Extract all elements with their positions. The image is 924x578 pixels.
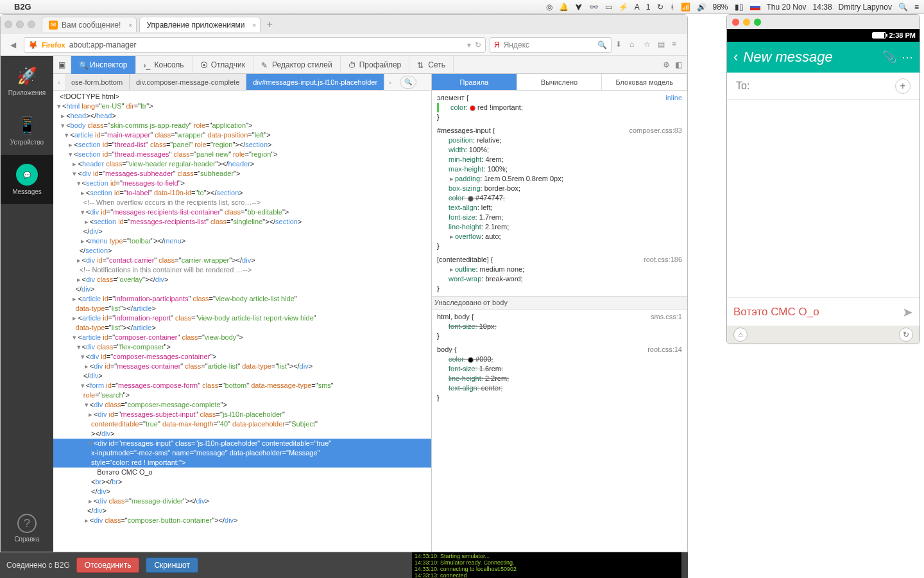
- crumb-item[interactable]: div.composer-message-complete: [130, 74, 246, 91]
- zoom-icon[interactable]: [754, 19, 761, 26]
- css-prop[interactable]: box-sizing: border-box;: [437, 184, 682, 193]
- crumb-item[interactable]: ose-form.bottom: [65, 74, 130, 91]
- crumb-prev[interactable]: ‹: [53, 78, 65, 86]
- screenshot-button[interactable]: Скриншот: [146, 557, 198, 573]
- menubar-time[interactable]: 14:38: [813, 3, 832, 12]
- css-prop[interactable]: line-height: 2.2rem;: [437, 374, 682, 383]
- display-icon[interactable]: ▭: [605, 3, 612, 12]
- css-prop[interactable]: ▸padding: 1rem 0.5rem 0.8rem 0px;: [437, 174, 682, 184]
- volume-icon[interactable]: 🔊: [697, 3, 706, 12]
- tab-profiler[interactable]: ⏱Профайлер: [341, 56, 410, 74]
- tab-computed[interactable]: Вычислено: [517, 74, 603, 90]
- notifications-icon[interactable]: 🔔: [559, 3, 569, 12]
- search-bar[interactable]: Я Яндекс 🔍: [490, 37, 612, 53]
- tab-debugger[interactable]: ⦿Отладчик: [193, 56, 253, 74]
- menu-icon[interactable]: ≡: [672, 40, 682, 50]
- browser-tab-1[interactable]: ✉ Вам сообщение! ×: [42, 17, 137, 32]
- close-icon[interactable]: ×: [128, 21, 132, 29]
- app-name[interactable]: B2G: [14, 2, 31, 12]
- spotlight-icon[interactable]: 🔍: [898, 3, 908, 12]
- close-icon[interactable]: [732, 19, 739, 26]
- bookmark-icon[interactable]: ☆: [644, 40, 654, 50]
- more-icon[interactable]: ⋯: [902, 50, 913, 64]
- glasses-icon[interactable]: 👓: [589, 3, 599, 12]
- search-icon[interactable]: 🔍: [597, 40, 607, 49]
- menubar-user[interactable]: Dmitry Lapynov: [839, 3, 892, 12]
- send-icon[interactable]: ➤: [902, 304, 913, 320]
- rule-file-link[interactable]: root.css:186: [644, 255, 682, 265]
- crumb-next[interactable]: ›: [384, 78, 396, 86]
- back-button[interactable]: ◀: [6, 38, 20, 52]
- back-icon[interactable]: ‹: [733, 49, 738, 66]
- crumb-search[interactable]: 🔍: [400, 76, 416, 89]
- settings-icon[interactable]: ⚙: [663, 60, 670, 69]
- css-prop[interactable]: font-size: 1.6rem;: [437, 364, 682, 374]
- css-prop[interactable]: min-height: 4rem;: [437, 155, 682, 164]
- close-icon[interactable]: ×: [252, 21, 256, 29]
- downloads-icon[interactable]: ⬇: [615, 40, 626, 50]
- sidebar-device[interactable]: 📱 Устройство: [1, 105, 53, 155]
- css-prop[interactable]: font-size: 1.7rem;: [437, 213, 682, 222]
- reload-icon[interactable]: ↻: [475, 40, 481, 49]
- color-swatch[interactable]: [468, 357, 474, 363]
- dom-tree[interactable]: <!DOCTYPE html> ▾<html lang="en-US" dir=…: [53, 91, 431, 552]
- home-button[interactable]: ⌂: [733, 328, 748, 342]
- rotate-button[interactable]: ↻: [899, 328, 913, 342]
- home-icon[interactable]: ⌂: [629, 40, 640, 50]
- pick-element-button[interactable]: ▣: [53, 56, 71, 74]
- adobe-icon[interactable]: A: [635, 3, 640, 12]
- rule-file-link[interactable]: sms.css:1: [651, 312, 682, 322]
- rules-body[interactable]: элемент {inline color: red !important; }…: [432, 91, 687, 552]
- bolt-icon[interactable]: ⚡: [619, 3, 628, 12]
- css-prop[interactable]: ▸outline: medium none;: [437, 265, 682, 274]
- tab-network[interactable]: ⇅Сеть: [409, 56, 454, 74]
- sidebar-apps[interactable]: 🚀 Приложения: [1, 56, 53, 105]
- color-swatch[interactable]: [468, 196, 474, 202]
- tab-box-model[interactable]: Блоковая модель: [602, 74, 687, 90]
- sync-icon[interactable]: ↻: [657, 3, 663, 12]
- css-prop[interactable]: line-height: 2.1rem;: [437, 222, 682, 232]
- menubar-date[interactable]: Thu 20 Nov: [767, 3, 807, 12]
- rule-file-link[interactable]: root.css:14: [647, 345, 682, 355]
- attach-icon[interactable]: 📎: [882, 50, 896, 64]
- sidebar-messages[interactable]: 💬 Messages: [1, 155, 53, 204]
- message-input[interactable]: Вотэто СМС О_о: [733, 306, 902, 319]
- list-icon[interactable]: ▤: [658, 40, 668, 50]
- css-prop[interactable]: ▸overflow: auto;: [437, 232, 682, 241]
- disconnect-button[interactable]: Отсоединить: [76, 557, 140, 573]
- recipients-field[interactable]: To: +: [727, 73, 920, 100]
- crumb-item[interactable]: div#messages-input.js-l10n-placeholder: [246, 74, 384, 91]
- tab-console[interactable]: ›_Консоль: [136, 56, 193, 74]
- wifi-icon[interactable]: 📶: [681, 3, 690, 12]
- tab-inspector[interactable]: 🔍Инспектор: [71, 56, 136, 74]
- css-prop[interactable]: width: 100%;: [437, 145, 682, 155]
- flag-icon[interactable]: [750, 3, 760, 10]
- browser-tab-2[interactable]: Управление приложениями ×: [139, 17, 261, 32]
- url-bar[interactable]: 🦊 Firefox about:app-manager ▾ ↻: [24, 37, 486, 53]
- dropdown-icon[interactable]: ▾: [467, 40, 471, 49]
- minimize-icon[interactable]: [743, 19, 750, 26]
- notification-center-icon[interactable]: ≡: [914, 3, 919, 12]
- css-prop[interactable]: color: #474747;: [437, 193, 682, 203]
- window-controls[interactable]: [4, 21, 35, 28]
- tab-style-editor[interactable]: ✎Редактор стилей: [253, 56, 341, 74]
- css-prop[interactable]: position: relative;: [437, 136, 682, 145]
- css-prop[interactable]: word-wrap: break-word;: [437, 274, 682, 284]
- css-prop[interactable]: text-align: center;: [437, 383, 682, 393]
- css-prop[interactable]: max-height: 100%;: [437, 164, 682, 174]
- css-prop[interactable]: color: red !important;: [437, 103, 682, 112]
- tab-rules[interactable]: Правила: [432, 74, 517, 90]
- sidebar-help[interactable]: ? Справка: [1, 505, 53, 552]
- bluetooth-icon[interactable]: ᚼ: [670, 3, 674, 12]
- menuextra-icon[interactable]: ◎: [546, 3, 552, 12]
- dropbox-icon[interactable]: ⮟: [575, 3, 583, 12]
- one-icon[interactable]: 1: [646, 3, 651, 12]
- new-tab-button[interactable]: +: [263, 18, 276, 31]
- dock-icon[interactable]: ◧: [675, 60, 682, 69]
- battery-icon[interactable]: ▮▯: [735, 3, 744, 12]
- color-swatch[interactable]: [470, 105, 475, 111]
- css-prop[interactable]: color: #000;: [437, 355, 682, 364]
- rule-file-link[interactable]: composer.css:83: [629, 126, 682, 136]
- add-contact-icon[interactable]: +: [895, 78, 911, 94]
- css-prop[interactable]: text-align: left;: [437, 203, 682, 213]
